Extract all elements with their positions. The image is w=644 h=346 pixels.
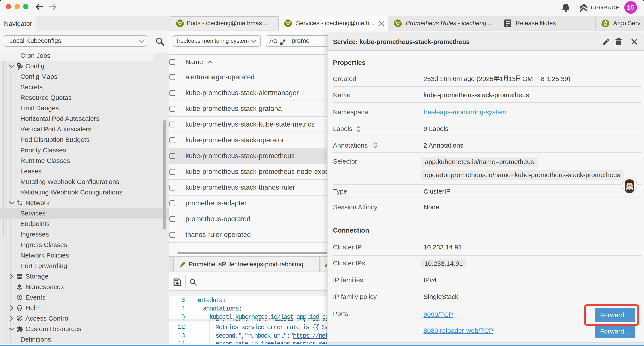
svg-text:HELM: HELM: [17, 307, 22, 309]
